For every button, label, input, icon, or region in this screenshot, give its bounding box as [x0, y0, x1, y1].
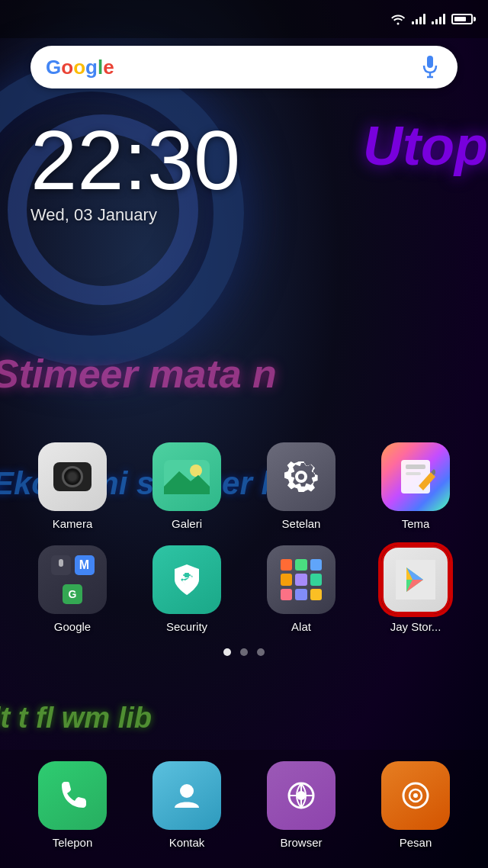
galeri-icon[interactable] [152, 442, 221, 511]
alat-icon[interactable] [267, 545, 336, 614]
galeri-svg [164, 460, 210, 494]
google-letter-e: e [103, 56, 114, 79]
alat-label: Alat [291, 620, 311, 633]
wifi-icon [390, 13, 406, 25]
page-indicators [15, 648, 473, 656]
wallpaper-text-utopi: Utopi [363, 114, 488, 177]
app-item-setelan[interactable]: Setelan [255, 442, 347, 530]
setelan-label: Setelan [282, 517, 321, 530]
page-dot-2[interactable] [240, 648, 248, 656]
clock-container: 22:30 Wed, 03 January [30, 118, 240, 225]
browser-svg [284, 779, 318, 812]
playstore-svg [396, 560, 435, 600]
svg-rect-0 [427, 56, 433, 68]
svg-rect-14 [183, 574, 191, 576]
browser-label: Browser [280, 836, 322, 849]
google-letter-o1: o [61, 56, 73, 79]
status-bar [0, 0, 488, 38]
app-item-alat[interactable]: Alat [255, 545, 347, 633]
app-item-security[interactable]: Security [141, 545, 233, 633]
tema-label: Tema [402, 517, 430, 530]
wallpaper-text-bottom: lt t fl wm lib [0, 702, 152, 735]
pesan-label: Pesan [400, 836, 432, 849]
google-letter-g2: g [85, 56, 98, 79]
kamera-label: Kamera [53, 517, 93, 530]
app-item-kamera[interactable]: Kamera [27, 442, 118, 530]
page-dot-1[interactable] [223, 648, 231, 656]
search-bar-container[interactable]: G o o g l e [30, 46, 458, 88]
google-app-label: Google [54, 620, 91, 633]
dock: Telepon Kontak Browser [0, 750, 488, 868]
svg-rect-12 [59, 559, 63, 567]
phone-svg [56, 779, 89, 812]
svg-point-27 [413, 793, 418, 798]
app-row-2: M G Google Security [15, 545, 473, 633]
galeri-label: Galeri [172, 517, 202, 530]
google-letter-o2: o [73, 56, 85, 79]
security-icon[interactable] [152, 545, 221, 614]
alat-grid [281, 559, 322, 600]
signal2-icon [432, 14, 445, 24]
shield-svg [169, 561, 205, 598]
telepon-label: Telepon [53, 836, 93, 849]
dock-item-browser[interactable]: Browser [255, 761, 347, 849]
playstore-label: Jay Stor... [390, 620, 441, 633]
dock-item-kontak[interactable]: Kontak [141, 761, 233, 849]
kontak-label: Kontak [169, 836, 205, 849]
tema-icon[interactable] [381, 442, 450, 511]
pesan-icon[interactable] [381, 761, 450, 830]
contact-svg [170, 779, 204, 812]
app-item-playstore[interactable]: Jay Stor... [370, 545, 461, 633]
playstore-icon[interactable] [381, 545, 450, 614]
app-row-1: Kamera Galeri Setelan [15, 442, 473, 530]
svg-point-20 [180, 784, 194, 798]
wallpaper-text-stimeer: Stimeer mata n [0, 351, 277, 397]
kontak-icon[interactable] [152, 761, 221, 830]
svg-rect-9 [406, 472, 421, 475]
status-icons [390, 13, 476, 25]
app-item-tema[interactable]: Tema [370, 442, 461, 530]
telepon-icon[interactable] [38, 761, 107, 830]
kamera-icon[interactable] [38, 442, 107, 511]
dock-item-telepon[interactable]: Telepon [27, 761, 118, 849]
app-item-google[interactable]: M G Google [27, 545, 118, 633]
app-grid: Kamera Galeri Setelan [0, 442, 488, 671]
google-app-icon[interactable]: M G [38, 545, 107, 614]
signal1-icon [412, 14, 425, 24]
browser-icon[interactable] [267, 761, 336, 830]
search-bar[interactable]: G o o g l e [30, 46, 458, 88]
dock-item-pesan[interactable]: Pesan [370, 761, 461, 849]
clock-time: 22:30 [30, 118, 240, 202]
message-svg [399, 779, 432, 812]
setelan-icon[interactable] [267, 442, 336, 511]
tema-svg [396, 457, 435, 497]
battery-icon [451, 14, 476, 24]
google-letter-g: G [46, 56, 61, 79]
app-item-galeri[interactable]: Galeri [141, 442, 233, 530]
svg-rect-8 [406, 465, 425, 469]
clock-date: Wed, 03 January [30, 205, 240, 225]
svg-point-4 [190, 465, 202, 477]
page-dot-3[interactable] [257, 648, 265, 656]
google-letter-l: l [98, 56, 103, 79]
mic-icon[interactable] [418, 55, 442, 79]
security-label: Security [166, 620, 207, 633]
gear-svg [283, 458, 319, 495]
google-logo: G o o g l e [46, 56, 418, 79]
